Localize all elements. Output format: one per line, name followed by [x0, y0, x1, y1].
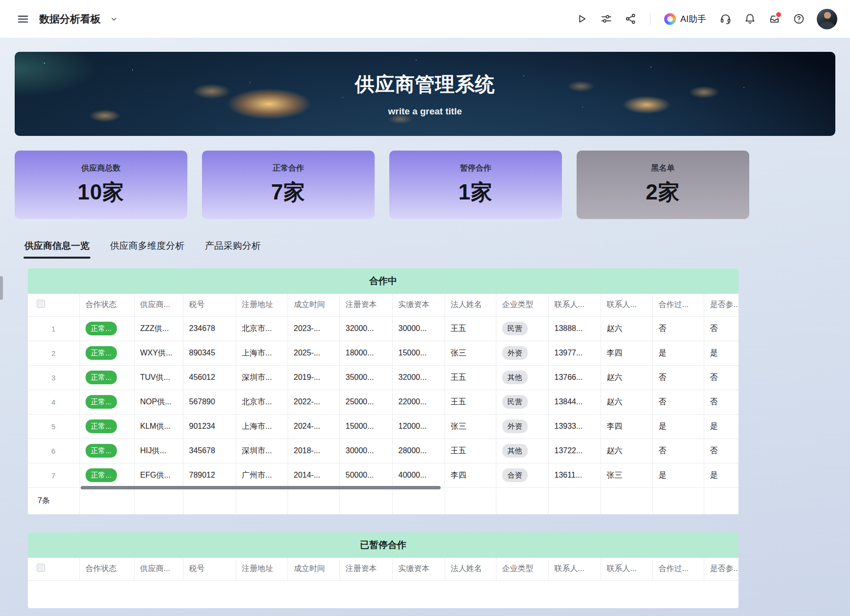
dashboard-switcher-button[interactable]	[108, 10, 120, 28]
cell-coop-status[interactable]: 正常...	[79, 463, 134, 487]
tab-supplier-overview[interactable]: 供应商信息一览	[24, 240, 89, 259]
horizontal-scrollbar[interactable]	[81, 486, 441, 489]
cell-contact-name[interactable]: 赵六	[601, 365, 652, 390]
cell-contact-phone[interactable]: 13888...	[548, 316, 601, 341]
column-header[interactable]: 注册地址	[236, 294, 288, 316]
cell-tax-id[interactable]: 789012	[183, 463, 236, 487]
cell-coop-history[interactable]: 是	[652, 414, 704, 439]
column-header[interactable]: 合作状态	[79, 558, 134, 580]
cell-supplier[interactable]: TUV供...	[134, 365, 183, 390]
cell-paid-capital[interactable]: 30000...	[392, 316, 445, 341]
cell-registered-capital[interactable]: 30000...	[339, 439, 392, 463]
column-header[interactable]: 注册资本	[339, 294, 392, 316]
tab-supplier-multidimensional-analysis[interactable]: 供应商多维度分析	[110, 240, 184, 259]
cell-founded[interactable]: 2018-...	[288, 439, 339, 463]
cell-coop-status[interactable]: 正常...	[79, 316, 134, 341]
cell-tax-id[interactable]: 345678	[183, 439, 236, 463]
cell-contact-phone[interactable]: 13844...	[548, 390, 601, 414]
cell-coop-history[interactable]: 是	[652, 463, 704, 487]
cell-legal-person[interactable]: 张三	[445, 414, 496, 439]
cell-legal-person[interactable]: 李四	[445, 463, 496, 487]
cell-legal-person[interactable]: 王五	[445, 439, 496, 463]
cell-coop-status[interactable]: 正常...	[79, 341, 134, 365]
cell-founded[interactable]: 2023-...	[288, 316, 339, 341]
column-header[interactable]: 法人姓名	[445, 294, 496, 316]
cell-address[interactable]: 上海市...	[236, 341, 288, 365]
cell-founded[interactable]: 2024-...	[288, 414, 339, 439]
column-header[interactable]: 成立时间	[288, 294, 339, 316]
cell-address[interactable]: 北京市...	[236, 390, 288, 414]
column-header[interactable]: 供应商...	[134, 294, 183, 316]
cell-paid-capital[interactable]: 15000...	[392, 341, 445, 365]
row-index[interactable]: 5	[28, 414, 79, 439]
ai-assistant-button[interactable]: AI助手	[660, 11, 710, 27]
cell-founded[interactable]: 2019-...	[288, 365, 339, 390]
cell-participate[interactable]: 是	[704, 341, 738, 365]
menu-button[interactable]	[14, 10, 32, 28]
cell-founded[interactable]: 2022-...	[288, 390, 339, 414]
column-header[interactable]: 实缴资本	[392, 294, 445, 316]
cell-address[interactable]: 广州市...	[236, 463, 288, 487]
cell-tax-id[interactable]: 567890	[183, 390, 236, 414]
row-index[interactable]: 1	[28, 316, 79, 341]
column-header[interactable]: 实缴资本	[392, 558, 445, 580]
column-header[interactable]: 合作过...	[652, 294, 704, 316]
cell-supplier[interactable]: EFG供...	[134, 463, 183, 487]
cell-participate[interactable]: 否	[704, 365, 738, 390]
select-all-checkbox[interactable]	[37, 564, 45, 572]
cell-paid-capital[interactable]: 22000...	[392, 390, 445, 414]
cell-tax-id[interactable]: 890345	[183, 341, 236, 365]
cell-participate[interactable]: 是	[704, 414, 738, 439]
cell-supplier[interactable]: ZZZ供...	[134, 316, 183, 341]
cell-paid-capital[interactable]: 12000...	[392, 414, 445, 439]
cell-tax-id[interactable]: 456012	[183, 365, 236, 390]
cell-contact-name[interactable]: 赵六	[601, 316, 652, 341]
support-button[interactable]	[716, 10, 735, 28]
cell-coop-status[interactable]: 正常...	[79, 414, 134, 439]
avatar[interactable]	[817, 9, 837, 29]
cell-legal-person[interactable]: 王五	[445, 390, 496, 414]
cell-legal-person[interactable]: 王五	[445, 316, 496, 341]
row-index[interactable]: 6	[28, 439, 79, 463]
share-button[interactable]	[622, 10, 640, 28]
help-button[interactable]	[789, 10, 808, 28]
cell-tax-id[interactable]: 234678	[183, 316, 236, 341]
cell-participate[interactable]: 否	[704, 316, 738, 341]
cell-supplier[interactable]: NOP供...	[134, 390, 183, 414]
cell-company-type[interactable]: 合资	[496, 463, 548, 487]
column-header[interactable]: 联系人...	[601, 294, 652, 316]
cell-founded[interactable]: 2014-...	[288, 463, 339, 487]
cell-coop-history[interactable]: 否	[652, 316, 704, 341]
notifications-button[interactable]	[740, 10, 759, 28]
cell-participate[interactable]: 否	[704, 439, 738, 463]
cell-supplier[interactable]: WXY供...	[134, 341, 183, 365]
cell-coop-status[interactable]: 正常...	[79, 365, 134, 390]
stat-card-blacklist[interactable]: 黑名单 2家	[577, 151, 749, 219]
cell-contact-phone[interactable]: 13611...	[548, 463, 601, 487]
stat-card-total-suppliers[interactable]: 供应商总数 10家	[15, 151, 187, 219]
column-header[interactable]: 税号	[183, 294, 236, 316]
column-header[interactable]: 联系人...	[548, 558, 601, 580]
cell-contact-phone[interactable]: 13977...	[548, 341, 601, 365]
cell-coop-history[interactable]: 否	[652, 390, 704, 414]
column-header[interactable]: 税号	[183, 558, 236, 580]
cell-registered-capital[interactable]: 15000...	[339, 414, 392, 439]
cell-contact-phone[interactable]: 13766...	[548, 365, 601, 390]
row-index[interactable]: 3	[28, 365, 79, 390]
settings-sliders-button[interactable]	[597, 10, 616, 28]
column-header[interactable]: 联系人...	[548, 294, 601, 316]
cell-coop-history[interactable]: 否	[652, 365, 704, 390]
cell-company-type[interactable]: 其他	[496, 439, 548, 463]
cell-coop-history[interactable]: 否	[652, 439, 704, 463]
column-header[interactable]: 企业类型	[496, 294, 548, 316]
cell-address[interactable]: 深圳市...	[236, 439, 288, 463]
stat-card-paused-cooperation[interactable]: 暂停合作 1家	[389, 151, 562, 219]
cell-participate[interactable]: 否	[704, 390, 738, 414]
column-header[interactable]: 企业类型	[496, 558, 548, 580]
column-header[interactable]: 是否参...	[704, 294, 738, 316]
cell-registered-capital[interactable]: 32000...	[339, 316, 392, 341]
cell-contact-name[interactable]: 李四	[601, 341, 652, 365]
cell-supplier[interactable]: KLM供...	[134, 414, 183, 439]
cell-contact-name[interactable]: 赵六	[601, 390, 652, 414]
cell-registered-capital[interactable]: 18000...	[339, 341, 392, 365]
